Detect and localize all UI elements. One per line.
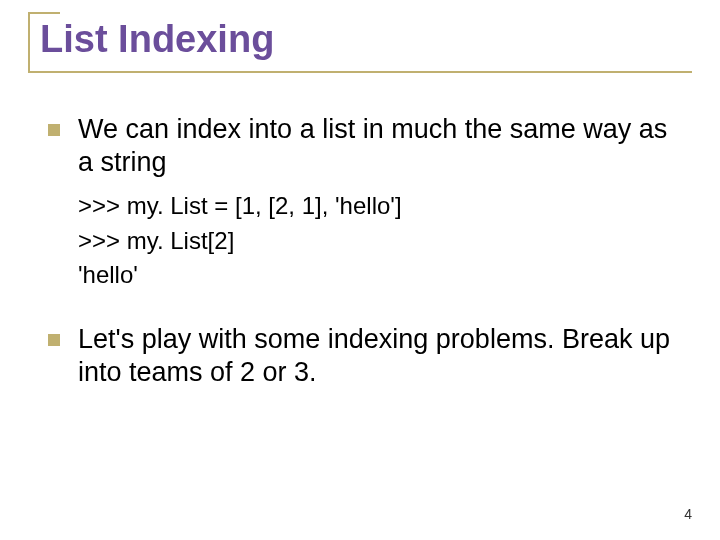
square-bullet-icon bbox=[48, 124, 60, 136]
code-block: >>> my. List = [1, [2, 1], 'hello'] >>> … bbox=[78, 189, 682, 293]
code-line: >>> my. List[2] bbox=[78, 224, 682, 259]
code-line: 'hello' bbox=[78, 258, 682, 293]
bullet-row: We can index into a list in much the sam… bbox=[48, 113, 682, 179]
bullet-row: Let's play with some indexing problems. … bbox=[48, 323, 682, 389]
slide: List Indexing We can index into a list i… bbox=[0, 0, 720, 540]
title-container: List Indexing bbox=[28, 18, 692, 73]
square-bullet-icon bbox=[48, 334, 60, 346]
bullet-text: Let's play with some indexing problems. … bbox=[78, 323, 682, 389]
slide-body: We can index into a list in much the sam… bbox=[28, 73, 692, 389]
page-number: 4 bbox=[684, 506, 692, 522]
slide-title: List Indexing bbox=[30, 18, 692, 61]
bullet-text: We can index into a list in much the sam… bbox=[78, 113, 682, 179]
code-line: >>> my. List = [1, [2, 1], 'hello'] bbox=[78, 189, 682, 224]
